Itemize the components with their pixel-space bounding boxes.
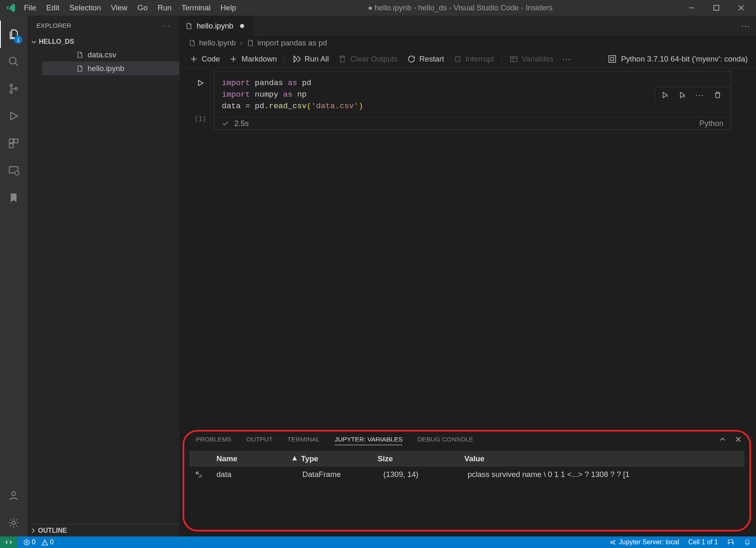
cell-action-bar: ··· — [655, 87, 732, 102]
interrupt-button[interactable]: Interrupt — [452, 54, 496, 64]
kernel-selector[interactable]: Python 3.7.10 64-bit ('myenv': conda) — [608, 55, 748, 64]
file-icon — [185, 22, 193, 30]
col-name[interactable]: Name — [208, 454, 291, 463]
panel-actions — [719, 436, 742, 443]
panel-maximize-icon[interactable] — [719, 436, 726, 443]
interrupt-label: Interrupt — [466, 55, 494, 64]
menu-selection[interactable]: Selection — [64, 1, 106, 15]
folder-name: HELLO_DS — [39, 38, 74, 45]
breadcrumb-file[interactable]: hello.ipynb — [199, 38, 236, 47]
menu-bar: File Edit Selection View Go Run Terminal… — [19, 1, 241, 15]
panel-tab-problems[interactable]: PROBLEMS — [196, 436, 231, 445]
chevron-right-icon — [30, 527, 36, 534]
menu-view[interactable]: View — [106, 1, 133, 15]
activity-remote-explorer[interactable] — [0, 157, 27, 184]
tok: pd. — [255, 102, 269, 111]
menu-go[interactable]: Go — [132, 1, 152, 15]
col-size[interactable]: Size — [378, 454, 464, 463]
status-errors[interactable]: 0 — [23, 539, 36, 546]
panel-tab-jupyter-variables[interactable]: JUPYTER: VARIABLES — [335, 436, 402, 445]
sidebar-more-icon[interactable]: ··· — [162, 22, 170, 29]
tok: pandas — [255, 78, 283, 88]
svg-point-17 — [611, 541, 612, 543]
menu-help[interactable]: Help — [216, 1, 241, 15]
panel-tab-output[interactable]: OUTPUT — [246, 436, 273, 445]
workbench: 1 EXPLORER ··· — [0, 16, 756, 536]
panel-tab-terminal[interactable]: TERMINAL — [288, 436, 320, 445]
var-type: DataFrame — [291, 470, 378, 479]
tok: pd — [302, 78, 311, 88]
svg-rect-0 — [714, 5, 719, 10]
run-all-button[interactable]: Run All — [290, 54, 330, 64]
code-editor[interactable]: import pandas as pd import numpy as np d… — [214, 71, 731, 117]
status-bell-icon[interactable] — [744, 539, 751, 546]
svg-point-3 — [10, 91, 12, 93]
tab-hello-ipynb[interactable]: hello.ipynb — [179, 16, 254, 36]
svg-point-10 — [12, 492, 15, 496]
status-jupyter-server[interactable]: Jupyter Server: local — [609, 539, 679, 546]
folder-header[interactable]: HELLO_DS — [27, 36, 179, 48]
breadcrumb-symbol[interactable]: import pandas as pd — [257, 38, 327, 47]
status-feedback-icon[interactable] — [727, 539, 735, 546]
file-icon — [76, 65, 83, 72]
tab-label: hello.ipynb — [197, 21, 233, 31]
run-all-label: Run All — [304, 55, 329, 64]
run-cell-icon[interactable] — [196, 78, 205, 88]
jupyter-server-label: Jupyter Server: local — [619, 539, 679, 546]
activity-extensions[interactable] — [0, 130, 27, 157]
toolbar-more-button[interactable]: ··· — [561, 54, 573, 64]
breadcrumbs[interactable]: hello.ipynb › import pandas as pd — [179, 36, 756, 50]
activity-run-debug[interactable] — [0, 102, 27, 130]
svg-point-2 — [10, 84, 12, 87]
menu-file[interactable]: File — [19, 1, 41, 15]
clear-outputs-button[interactable]: Clear Outputs — [336, 54, 399, 64]
variables-label: Variables — [522, 55, 553, 64]
close-button[interactable] — [729, 0, 754, 16]
toolbar-separator — [502, 55, 502, 64]
status-cell-position[interactable]: Cell 1 of 1 — [688, 539, 718, 546]
remote-indicator[interactable] — [0, 536, 17, 548]
restart-button[interactable]: Restart — [405, 54, 446, 64]
activity-settings[interactable] — [0, 509, 27, 536]
cell-more-button[interactable]: ··· — [696, 90, 705, 100]
menu-terminal[interactable]: Terminal — [176, 1, 215, 15]
menu-run[interactable]: Run — [152, 1, 176, 15]
menu-edit[interactable]: Edit — [41, 1, 64, 15]
svg-point-9 — [15, 171, 19, 176]
open-in-viewer-icon[interactable] — [189, 470, 208, 479]
activity-accounts[interactable] — [0, 482, 27, 509]
activity-source-control[interactable] — [0, 75, 27, 102]
file-row-hello-ipynb[interactable]: hello.ipynb — [42, 62, 179, 75]
cell-status-bar: 2.5s Python — [214, 117, 731, 129]
outline-section[interactable]: OUTLINE — [27, 524, 179, 536]
activity-search[interactable] — [0, 48, 27, 75]
run-cell-button[interactable] — [661, 91, 669, 99]
panel-area: PROBLEMS OUTPUT TERMINAL JUPYTER: VARIAB… — [183, 430, 751, 531]
run-by-line-button[interactable] — [678, 91, 687, 99]
activity-explorer[interactable]: 1 — [0, 21, 27, 48]
add-markdown-button[interactable]: Markdown — [227, 54, 278, 64]
variable-row[interactable]: data DataFrame (1309, 14) pclass survive… — [189, 467, 744, 482]
file-row-data-csv[interactable]: data.csv — [42, 48, 179, 62]
variables-button[interactable]: Variables — [508, 54, 555, 64]
editor-area: hello.ipynb ··· hello.ipynb › import pan… — [179, 16, 756, 536]
svg-point-4 — [15, 88, 17, 90]
svg-rect-15 — [611, 57, 613, 60]
file-label: data.csv — [88, 50, 116, 59]
maximize-button[interactable] — [704, 0, 729, 16]
clear-outputs-label: Clear Outputs — [350, 55, 398, 64]
file-icon — [188, 39, 196, 47]
dirty-indicator-icon — [240, 24, 244, 28]
delete-cell-button[interactable] — [713, 91, 722, 99]
panel-tab-debug-console[interactable]: DEBUG CONSOLE — [417, 436, 473, 445]
activity-bookmarks[interactable] — [0, 184, 27, 211]
editor-more-actions[interactable]: ··· — [742, 16, 756, 36]
col-value[interactable]: Value — [464, 454, 744, 463]
add-code-button[interactable]: Code — [188, 54, 221, 64]
cell-language[interactable]: Python — [699, 119, 723, 128]
minimize-button[interactable] — [679, 0, 704, 16]
status-warnings[interactable]: 0 — [41, 539, 54, 546]
col-type[interactable]: ▲Type — [291, 454, 378, 463]
panel-close-icon[interactable] — [735, 436, 742, 443]
cell-body[interactable]: import pandas as pd import numpy as np d… — [214, 71, 731, 130]
